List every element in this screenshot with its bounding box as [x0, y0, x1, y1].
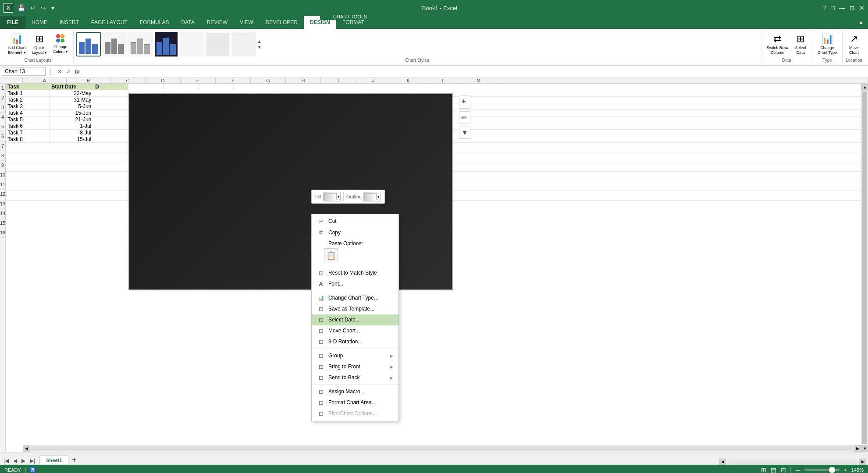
scroll-left-button[interactable]: ◀ [23, 445, 30, 452]
col-header-d[interactable]: D [146, 78, 181, 83]
chart-style-7[interactable] [231, 32, 256, 56]
row-header-5[interactable]: 5 [0, 122, 5, 132]
cell-c2[interactable] [93, 90, 128, 96]
tab-home[interactable]: HOME [25, 16, 53, 29]
normal-view-button[interactable]: ⊞ [761, 466, 766, 473]
cell-b3[interactable]: 31-May [50, 97, 93, 103]
zoom-in-button[interactable]: + [844, 467, 847, 473]
cell-rest-1[interactable] [234, 84, 861, 90]
row-header-15[interactable]: 15 [0, 219, 5, 228]
ctx-select-data[interactable]: ⊡ Select Data... [312, 314, 398, 325]
tab-page-layout[interactable]: PAGE LAYOUT [85, 16, 134, 29]
change-chart-type-button[interactable]: 📊 ChangeChart Type [815, 32, 840, 57]
h-scroll-track[interactable] [727, 459, 858, 464]
cell-a5[interactable]: Task 4 [6, 110, 50, 116]
tab-review[interactable]: REVIEW [201, 16, 234, 29]
cell-a3[interactable]: Task 2 [6, 97, 50, 103]
tab-data[interactable]: DATA [175, 16, 200, 29]
row-header-14[interactable]: 14 [0, 209, 5, 219]
add-chart-element-sidebar-button[interactable]: + [459, 95, 470, 109]
tab-developer[interactable]: DEVELOPER [260, 16, 304, 29]
formula-input[interactable] [82, 67, 866, 75]
ctx-reset-style[interactable]: ⊡ Reset to Match Style [312, 268, 398, 279]
ctx-move-chart[interactable]: ⊡ Move Chart... [312, 325, 398, 336]
h-scroll-left[interactable]: ◀ [719, 459, 726, 465]
col-header-i[interactable]: I [321, 78, 356, 83]
page-break-view-button[interactable]: ⊡ [781, 466, 786, 473]
ribbon-display-button[interactable]: □ [831, 4, 835, 11]
sheet-tab-sheet1[interactable]: Sheet1 [39, 455, 68, 465]
last-sheet-button[interactable]: ▶| [28, 457, 37, 465]
chart-style-5[interactable] [180, 32, 204, 56]
cell-a4[interactable]: Task 3 [6, 103, 50, 109]
confirm-formula-button[interactable]: ✓ [65, 67, 72, 76]
cell-b6[interactable]: 21-Jun [50, 116, 93, 123]
row-header-2[interactable]: 2 [0, 93, 5, 103]
first-sheet-button[interactable]: |◀ [2, 457, 11, 465]
col-header-b[interactable]: B [67, 78, 110, 83]
scroll-up-button[interactable]: ▲ [861, 84, 868, 91]
chart-filter-sidebar-button[interactable]: ▼ [459, 127, 470, 139]
cell-a2[interactable]: Task 1 [6, 90, 50, 96]
h-scroll-right[interactable]: ▶ [859, 459, 866, 465]
tab-view[interactable]: VIEW [234, 16, 260, 29]
ctx-3d-rotation[interactable]: ⊡ 3-D Rotation... [312, 336, 398, 347]
cell-a8[interactable]: Task 7 [6, 130, 50, 136]
row-header-16[interactable]: 16 [0, 228, 5, 238]
cell-a9[interactable]: Task 8 [6, 136, 50, 142]
col-header-h[interactable]: H [286, 78, 321, 83]
cell-b8[interactable]: 8-Jul [50, 130, 93, 136]
row-header-9[interactable]: 9 [0, 161, 5, 170]
tab-file[interactable]: FILE [0, 16, 25, 29]
cell-b4[interactable]: 5-Jun [50, 103, 93, 109]
chart-style-sidebar-button[interactable]: ✏ [459, 111, 470, 124]
col-header-f[interactable]: F [216, 78, 251, 83]
fill-color-picker[interactable]: ▾ [323, 192, 341, 201]
ctx-bring-to-front[interactable]: ⊡ Bring to Front ▶ [312, 361, 398, 372]
outline-color-picker[interactable]: ▾ [363, 192, 381, 201]
cell-d1[interactable] [128, 84, 164, 90]
next-sheet-button[interactable]: ▶ [20, 457, 27, 465]
row-header-6[interactable]: 6 [0, 132, 5, 141]
cell-c1[interactable]: D [93, 84, 128, 90]
minimize-button[interactable]: — [839, 4, 845, 11]
collapse-ribbon-button[interactable]: ▲ [854, 16, 868, 29]
ctx-copy[interactable]: ⧉ Copy [312, 227, 398, 238]
row-header-8[interactable]: 8 [0, 151, 5, 161]
cell-b7[interactable]: 1-Jul [50, 123, 93, 129]
cell-e1[interactable] [164, 84, 199, 90]
row-header-3[interactable]: 3 [0, 103, 5, 113]
scroll-thumb-v[interactable] [862, 92, 867, 444]
close-button[interactable]: ✕ [859, 4, 864, 11]
col-header-e[interactable]: E [181, 78, 216, 83]
tab-formulas[interactable]: FORMULAS [134, 16, 175, 29]
chart-style-dark[interactable] [154, 32, 178, 56]
paste-clipboard-icon[interactable]: 📋 [324, 248, 338, 262]
select-data-button[interactable]: ⊞ SelectData [792, 32, 809, 57]
chart-style-3[interactable] [128, 32, 153, 56]
col-header-j[interactable]: J [356, 78, 391, 83]
quick-layout-button[interactable]: ⊞ QuickLayout ▾ [29, 32, 50, 57]
zoom-out-button[interactable]: — [795, 467, 800, 473]
insert-function-button[interactable]: fx [74, 67, 81, 76]
vertical-scrollbar[interactable]: ▲ ▼ [861, 84, 868, 452]
chart-style-1[interactable] [76, 32, 101, 56]
row-header-1[interactable]: 1 [0, 84, 5, 93]
ctx-change-chart-type[interactable]: 📊 Change Chart Type... [312, 293, 398, 304]
row-header-7[interactable]: 7 [0, 141, 5, 151]
switch-row-column-button[interactable]: ⇄ Switch Row/Column [764, 32, 791, 57]
prev-sheet-button[interactable]: ◀ [11, 457, 19, 465]
help-button[interactable]: ? [823, 4, 827, 11]
cell-f1[interactable] [199, 84, 234, 90]
chart-styles-scroll[interactable]: ▲ ▼ [257, 39, 262, 49]
scroll-thumb-h[interactable] [31, 446, 853, 451]
chart-style-2[interactable] [102, 32, 127, 56]
tab-insert[interactable]: INSERT [53, 16, 85, 29]
maximize-button[interactable]: ⊡ [850, 4, 855, 11]
undo-button[interactable]: ↩ [28, 4, 37, 12]
col-header-l[interactable]: L [426, 78, 461, 83]
ctx-format-chart-area[interactable]: ⊡ Format Chart Area... [312, 397, 398, 408]
col-header-k[interactable]: K [391, 78, 426, 83]
name-box[interactable] [2, 67, 46, 76]
change-colors-button[interactable]: ChangeColors ▾ [50, 32, 71, 56]
